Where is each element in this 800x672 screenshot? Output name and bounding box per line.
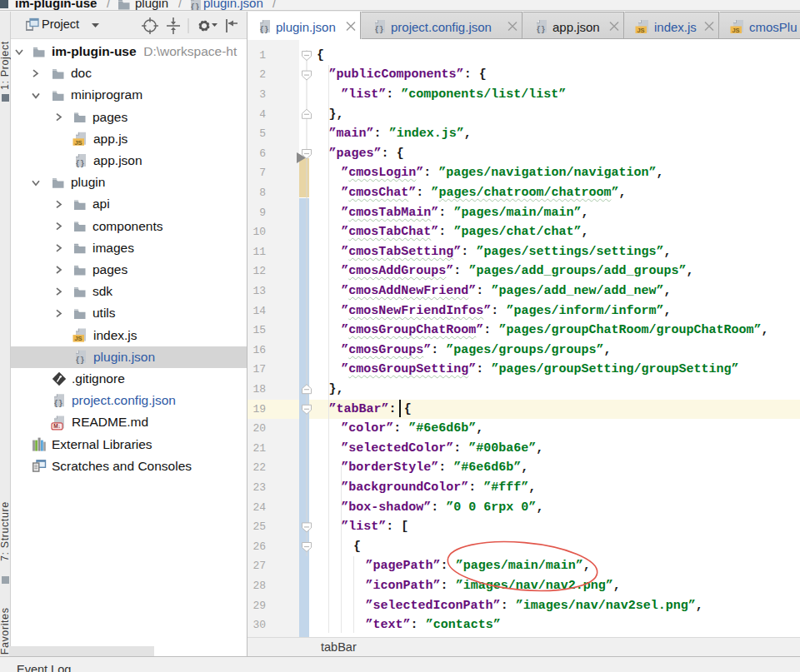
svg-text:{}: {} [260,26,269,34]
svg-text:{}: {} [375,26,384,34]
svg-text:JS: JS [637,27,644,34]
svg-text:{}: {} [537,26,546,34]
svg-text:JS: JS [732,27,739,34]
